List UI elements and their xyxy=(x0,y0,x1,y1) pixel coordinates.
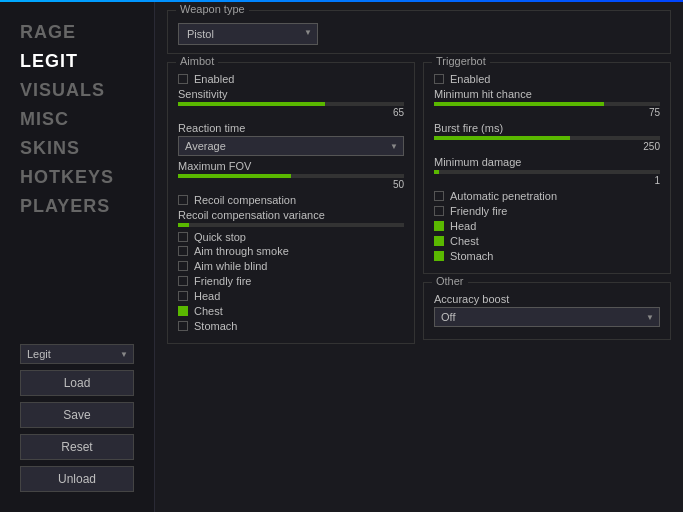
min-damage-track[interactable] xyxy=(434,170,660,174)
triggerbot-head-checkbox[interactable] xyxy=(434,221,444,231)
sidebar-item-visuals[interactable]: VISUALS xyxy=(20,78,134,103)
sidebar-item-rage[interactable]: RAGE xyxy=(20,20,134,45)
reaction-time-label: Reaction time xyxy=(178,122,404,134)
aimbot-stomach-checkbox[interactable] xyxy=(178,321,188,331)
left-column: Aimbot Enabled Sensitivity 65 Reaction xyxy=(167,62,415,502)
aimbot-head-label: Head xyxy=(194,290,220,302)
sidebar-item-hotkeys[interactable]: HOTKEYS xyxy=(20,165,134,190)
aimbot-enabled-row: Enabled xyxy=(178,73,404,85)
burst-fire-label: Burst fire (ms) xyxy=(434,122,660,134)
max-fov-value: 50 xyxy=(178,179,404,190)
weapon-type-select-wrapper[interactable]: Pistol Rifle SMG Shotgun Sniper xyxy=(178,19,318,45)
min-hit-chance-row: Minimum hit chance 75 xyxy=(434,88,660,118)
aimbot-chest-label: Chest xyxy=(194,305,223,317)
sensitivity-row: Sensitivity 65 xyxy=(178,88,404,118)
triggerbot-chest-row: Chest xyxy=(434,235,660,247)
reaction-time-row: Reaction time Very fast Fast Average Slo… xyxy=(178,122,404,156)
weapon-type-select[interactable]: Pistol Rifle SMG Shotgun Sniper xyxy=(178,23,318,45)
max-fov-track[interactable] xyxy=(178,174,404,178)
sensitivity-value: 65 xyxy=(178,107,404,118)
sidebar-item-players[interactable]: PLAYERS xyxy=(20,194,134,219)
preset-select[interactable]: Legit xyxy=(20,344,134,364)
triggerbot-stomach-checkbox[interactable] xyxy=(434,251,444,261)
min-hit-chance-track[interactable] xyxy=(434,102,660,106)
aim-while-blind-checkbox[interactable] xyxy=(178,261,188,271)
save-button[interactable]: Save xyxy=(20,402,134,428)
min-damage-value: 1 xyxy=(434,175,660,186)
sensitivity-label: Sensitivity xyxy=(178,88,404,100)
triggerbot-panel: Triggerbot Enabled Minimum hit chance 75 xyxy=(423,62,671,274)
right-column: Triggerbot Enabled Minimum hit chance 75 xyxy=(423,62,671,502)
aimbot-title: Aimbot xyxy=(176,55,218,67)
columns: Aimbot Enabled Sensitivity 65 Reaction xyxy=(167,62,671,502)
reaction-time-select-wrapper[interactable]: Very fast Fast Average Slow Very slow xyxy=(178,136,404,156)
sidebar-item-legit[interactable]: LEGIT xyxy=(20,49,134,74)
triggerbot-friendly-fire-label: Friendly fire xyxy=(450,205,507,217)
burst-fire-fill xyxy=(434,136,570,140)
reset-button[interactable]: Reset xyxy=(20,434,134,460)
min-hit-chance-label: Minimum hit chance xyxy=(434,88,660,100)
triggerbot-enabled-label: Enabled xyxy=(450,73,490,85)
aimbot-chest-row: Chest xyxy=(178,305,404,317)
recoil-comp-checkbox[interactable] xyxy=(178,195,188,205)
triggerbot-friendly-fire-row: Friendly fire xyxy=(434,205,660,217)
auto-penetration-label: Automatic penetration xyxy=(450,190,557,202)
reaction-time-select[interactable]: Very fast Fast Average Slow Very slow xyxy=(178,136,404,156)
triggerbot-chest-checkbox[interactable] xyxy=(434,236,444,246)
aimbot-chest-checkbox[interactable] xyxy=(178,306,188,316)
recoil-comp-var-row: Recoil compensation variance xyxy=(178,209,404,227)
sidebar-bottom: Legit Load Save Reset Unload xyxy=(20,344,134,492)
max-fov-fill xyxy=(178,174,291,178)
triggerbot-friendly-fire-checkbox[interactable] xyxy=(434,206,444,216)
recoil-comp-label: Recoil compensation xyxy=(194,194,296,206)
other-title: Other xyxy=(432,275,468,287)
recoil-comp-var-label: Recoil compensation variance xyxy=(178,209,404,221)
min-hit-chance-fill xyxy=(434,102,604,106)
accuracy-boost-select-wrapper[interactable]: Off Low Medium High xyxy=(434,307,660,327)
accuracy-boost-label: Accuracy boost xyxy=(434,293,660,305)
max-fov-label: Maximum FOV xyxy=(178,160,404,172)
sensitivity-fill xyxy=(178,102,325,106)
triggerbot-enabled-row: Enabled xyxy=(434,73,660,85)
aimbot-panel: Aimbot Enabled Sensitivity 65 Reaction xyxy=(167,62,415,344)
quick-stop-checkbox[interactable] xyxy=(178,232,188,242)
aimbot-friendly-fire-label: Friendly fire xyxy=(194,275,251,287)
recoil-comp-var-fill xyxy=(178,223,189,227)
burst-fire-value: 250 xyxy=(434,141,660,152)
aimbot-enabled-label: Enabled xyxy=(194,73,234,85)
min-damage-label: Minimum damage xyxy=(434,156,660,168)
aimbot-head-row: Head xyxy=(178,290,404,302)
min-hit-chance-value: 75 xyxy=(434,107,660,118)
unload-button[interactable]: Unload xyxy=(20,466,134,492)
aim-through-smoke-label: Aim through smoke xyxy=(194,245,289,257)
preset-select-wrapper[interactable]: Legit xyxy=(20,344,134,364)
triggerbot-stomach-row: Stomach xyxy=(434,250,660,262)
load-button[interactable]: Load xyxy=(20,370,134,396)
max-fov-row: Maximum FOV 50 xyxy=(178,160,404,190)
aimbot-friendly-fire-checkbox[interactable] xyxy=(178,276,188,286)
aim-through-smoke-checkbox[interactable] xyxy=(178,246,188,256)
triggerbot-enabled-checkbox[interactable] xyxy=(434,74,444,84)
aim-while-blind-row: Aim while blind xyxy=(178,260,404,272)
triggerbot-head-label: Head xyxy=(450,220,476,232)
aimbot-head-checkbox[interactable] xyxy=(178,291,188,301)
accuracy-boost-select[interactable]: Off Low Medium High xyxy=(434,307,660,327)
aimbot-enabled-checkbox[interactable] xyxy=(178,74,188,84)
sensitivity-track[interactable] xyxy=(178,102,404,106)
weapon-type-section: Weapon type Pistol Rifle SMG Shotgun Sni… xyxy=(167,10,671,54)
aimbot-friendly-fire-row: Friendly fire xyxy=(178,275,404,287)
triggerbot-head-row: Head xyxy=(434,220,660,232)
recoil-comp-var-track[interactable] xyxy=(178,223,404,227)
min-damage-row: Minimum damage 1 xyxy=(434,156,660,186)
auto-penetration-checkbox[interactable] xyxy=(434,191,444,201)
recoil-comp-row: Recoil compensation xyxy=(178,194,404,206)
other-panel: Other Accuracy boost Off Low Medium High xyxy=(423,282,671,340)
aim-while-blind-label: Aim while blind xyxy=(194,260,267,272)
triggerbot-chest-label: Chest xyxy=(450,235,479,247)
sidebar: RAGE LEGIT VISUALS MISC SKINS HOTKEYS PL… xyxy=(0,0,155,512)
sidebar-item-skins[interactable]: SKINS xyxy=(20,136,134,161)
burst-fire-track[interactable] xyxy=(434,136,660,140)
sidebar-item-misc[interactable]: MISC xyxy=(20,107,134,132)
aimbot-stomach-label: Stomach xyxy=(194,320,237,332)
burst-fire-row: Burst fire (ms) 250 xyxy=(434,122,660,152)
